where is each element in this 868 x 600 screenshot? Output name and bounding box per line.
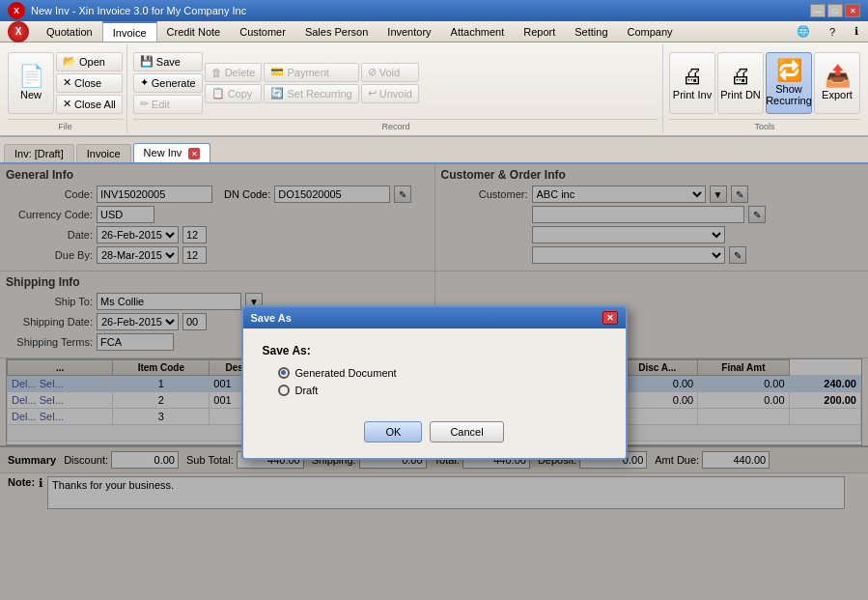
close-all-button[interactable]: ✕ Close All	[56, 95, 123, 114]
print-inv-button[interactable]: 🖨 Print Inv	[669, 52, 715, 114]
main-content: General Info Code: DN Code: ✎ Currency C…	[0, 164, 868, 600]
delete-button[interactable]: 🗑 Delete	[205, 63, 263, 82]
set-recurring-button[interactable]: 🔄 Set Recurring	[264, 84, 358, 103]
file-small-buttons: 📂 Open ✕ Close ✕ Close All	[56, 52, 123, 114]
dialog-close-button[interactable]: ✕	[602, 311, 618, 325]
menu-report[interactable]: Report	[514, 21, 565, 42]
dialog-body: Save As: Generated Document Draft	[243, 329, 626, 412]
tab-close-button[interactable]: ✕	[188, 148, 200, 159]
unvoid-icon: ↩	[368, 87, 377, 100]
save-as-section-title: Save As:	[263, 344, 606, 357]
menu-quotation[interactable]: Quotation	[37, 21, 102, 42]
titlebar: X New Inv - Xin Invoice 3.0 for My Compa…	[0, 0, 868, 21]
save-icon: 💾	[140, 55, 154, 68]
ribbon-group-record: 💾 Save ✦ Generate ✏ Edit 🗑 Delete	[129, 44, 663, 133]
copy-button[interactable]: 📋 Copy	[205, 84, 263, 103]
option-generated[interactable]: Generated Document	[278, 367, 606, 379]
tab-new-inv-label: New Inv	[144, 147, 182, 158]
payment-button[interactable]: 💳 Payment	[264, 63, 358, 82]
close-button[interactable]: ✕ Close	[56, 73, 123, 93]
new-button[interactable]: 📄 New	[8, 52, 54, 114]
app-logo-circle: X	[8, 21, 29, 43]
copy-label: Copy	[228, 88, 253, 100]
ribbon-group-file: 📄 New 📂 Open ✕ Close ✕ Close All File	[4, 44, 127, 133]
tab-inv-draft[interactable]: Inv: [Draft]	[4, 144, 74, 162]
menu-info[interactable]: ℹ	[845, 21, 868, 42]
menu-setting[interactable]: Setting	[565, 21, 617, 42]
minimize-button[interactable]: —	[810, 4, 826, 17]
tab-invoice-label: Invoice	[87, 148, 121, 159]
option-draft-label: Draft	[295, 385, 319, 396]
tools-group-label: Tools	[669, 119, 860, 131]
void-button[interactable]: ⊘ Void	[361, 63, 419, 82]
dialog-footer: OK Cancel	[243, 412, 626, 458]
menu-credit-note[interactable]: Credit Note	[157, 21, 231, 42]
void-icon: ⊘	[368, 66, 377, 78]
save-button[interactable]: 💾 Save	[133, 52, 203, 71]
edit-label: Edit	[152, 99, 170, 110]
payment-icon: 💳	[270, 66, 284, 78]
dialog-title: Save As	[251, 312, 292, 324]
generate-button[interactable]: ✦ Generate	[133, 73, 203, 93]
generate-label: Generate	[152, 77, 196, 89]
radio-generated[interactable]	[278, 367, 290, 379]
open-label: Open	[79, 56, 105, 68]
menu-attachment[interactable]: Attachment	[441, 21, 515, 42]
maximize-button[interactable]: □	[827, 4, 843, 17]
close-window-button[interactable]: ✕	[845, 4, 860, 17]
cancel-button[interactable]: Cancel	[430, 421, 503, 443]
save-as-options: Generated Document Draft	[278, 367, 606, 396]
payment-label: Payment	[287, 67, 328, 78]
edit-button[interactable]: ✏ Edit	[133, 95, 203, 114]
copy-icon: 📋	[211, 87, 225, 100]
menu-sales-person[interactable]: Sales Person	[295, 21, 378, 42]
app-logo: X	[8, 2, 25, 19]
unvoid-button[interactable]: ↩ Unvoid	[361, 84, 419, 103]
print-dn-icon: 🖨	[730, 66, 751, 87]
save-label: Save	[156, 56, 181, 68]
tab-new-inv[interactable]: New Inv ✕	[133, 143, 211, 163]
file-group-label: File	[8, 119, 123, 131]
print-inv-label: Print Inv	[673, 89, 712, 100]
show-recurring-button[interactable]: 🔁 Show Recurring	[766, 52, 812, 114]
record-group-label: Record	[133, 119, 658, 131]
menu-customer[interactable]: Customer	[230, 21, 295, 42]
file-buttons: 📄 New 📂 Open ✕ Close ✕ Close All	[8, 46, 123, 119]
export-icon: 📤	[825, 66, 851, 87]
menu-inventory[interactable]: Inventory	[378, 21, 440, 42]
menu-company[interactable]: Company	[618, 21, 683, 42]
void-label: Void	[379, 67, 400, 78]
tab-invoice[interactable]: Invoice	[76, 144, 131, 162]
modal-overlay: Save As ✕ Save As: Generated Document Dr…	[0, 164, 868, 600]
export-button[interactable]: 📤 Export	[814, 52, 860, 114]
menu-invoice[interactable]: Invoice	[102, 21, 157, 42]
radio-draft[interactable]	[278, 385, 290, 396]
save-as-dialog: Save As ✕ Save As: Generated Document Dr…	[241, 305, 628, 460]
ok-button[interactable]: OK	[364, 421, 422, 443]
option-draft[interactable]: Draft	[278, 385, 606, 396]
edit-icon: ✏	[140, 98, 149, 110]
tab-inv-draft-label: Inv: [Draft]	[14, 148, 64, 159]
window-title: New Inv - Xin Invoice 3.0 for My Company…	[31, 5, 246, 16]
titlebar-controls[interactable]: — □ ✕	[810, 4, 860, 17]
tabbar: Inv: [Draft] Invoice New Inv ✕	[0, 137, 868, 164]
export-label: Export	[822, 89, 853, 100]
menu-help[interactable]: ?	[820, 21, 845, 42]
unvoid-label: Unvoid	[379, 88, 412, 100]
record-col2: 🗑 Delete 📋 Copy	[205, 63, 263, 103]
menu-globe[interactable]: 🌐	[787, 21, 820, 42]
close-icon: ✕	[63, 76, 71, 89]
print-inv-icon: 🖨	[682, 66, 703, 87]
open-button[interactable]: 📂 Open	[56, 52, 123, 71]
delete-label: Delete	[225, 67, 256, 78]
ribbon: 📄 New 📂 Open ✕ Close ✕ Close All File	[0, 43, 868, 137]
new-icon: 📄	[18, 66, 44, 87]
dialog-titlebar: Save As ✕	[243, 307, 626, 329]
close-all-icon: ✕	[63, 98, 71, 110]
option-generated-label: Generated Document	[295, 367, 397, 379]
open-icon: 📂	[63, 55, 76, 68]
print-dn-button[interactable]: 🖨 Print DN	[717, 52, 764, 114]
record-col4: ⊘ Void ↩ Unvoid	[361, 63, 419, 103]
close-label: Close	[74, 77, 101, 89]
app-icon: X	[0, 21, 37, 42]
